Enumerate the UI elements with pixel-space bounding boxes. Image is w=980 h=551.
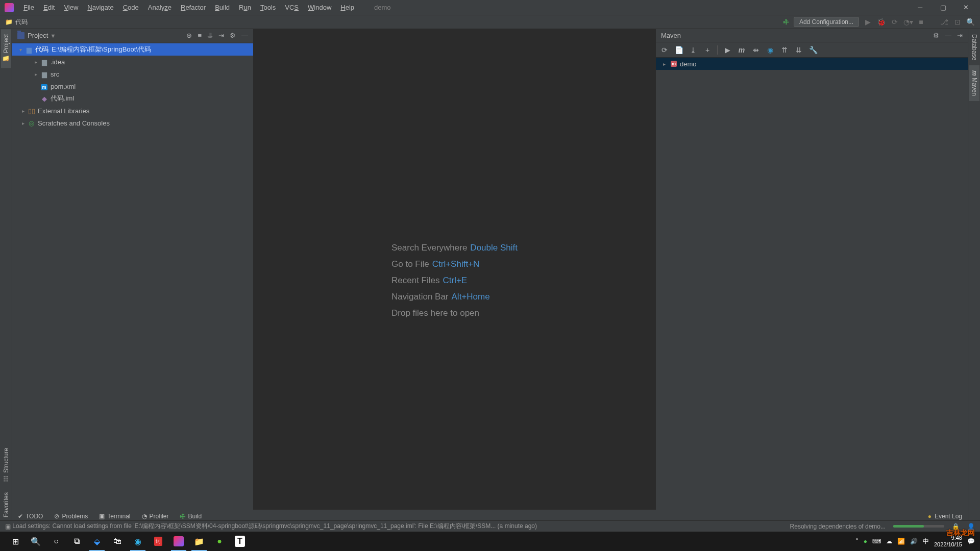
sidebar-item-structure[interactable]: ☷Structure — [1, 443, 11, 487]
tab-todo[interactable]: ✔ TODO — [18, 513, 43, 520]
right-tool-strip: Database m Maven — [968, 29, 980, 532]
tree-node-pom[interactable]: m pom.xml — [12, 80, 253, 92]
menu-analyze[interactable]: Analyze — [143, 2, 176, 13]
show-deps-icon[interactable]: ⇊ — [794, 46, 803, 54]
menu-build[interactable]: Build — [210, 2, 234, 13]
menu-edit[interactable]: Edit — [39, 2, 59, 13]
tree-node-scratches[interactable]: ▸ ◎ Scratches and Consoles — [12, 117, 253, 129]
collapse-all-icon[interactable]: ⇊ — [207, 32, 213, 39]
editor-area[interactable]: Search EverywhereDouble Shift Go to File… — [254, 29, 655, 532]
maven-settings-icon[interactable]: 🔧 — [808, 46, 818, 54]
menu-vcs[interactable]: VCS — [280, 2, 303, 13]
close-button[interactable]: ✕ — [954, 1, 977, 15]
download-sources-icon[interactable]: ⤓ — [689, 46, 698, 54]
minimize-panel-icon[interactable]: — — [945, 32, 951, 39]
taskbar-app-youdao[interactable]: 词 — [148, 532, 168, 551]
generate-sources-icon[interactable]: 📄 — [674, 46, 683, 54]
taskbar-app-green[interactable]: ● — [209, 532, 230, 551]
tree-node-idea[interactable]: ▸ ▆ .idea — [12, 56, 253, 68]
execute-goal-icon[interactable]: m — [737, 46, 746, 54]
tree-node-src[interactable]: ▸ ▆ src — [12, 68, 253, 80]
menu-code[interactable]: Code — [118, 2, 143, 13]
update-icon[interactable]: ⊡ — [953, 18, 962, 26]
tree-node-external-libs[interactable]: ▸ ▯▯ External Libraries — [12, 105, 253, 117]
toggle-offline-icon[interactable]: ⇹ — [751, 46, 761, 54]
chevron-right-icon[interactable]: ▸ — [33, 59, 39, 65]
tree-node-iml[interactable]: ◆ 代码.iml — [12, 92, 253, 105]
taskbar-search[interactable]: 🔍 — [26, 532, 46, 551]
status-bar: ▣ Load settings: Cannot load settings fr… — [0, 520, 980, 532]
stop-icon[interactable]: ■ — [917, 18, 925, 26]
collapse-all-icon[interactable]: ⇈ — [780, 46, 789, 54]
taskbar-taskview[interactable]: ⧉ — [66, 532, 87, 551]
build-icon[interactable]: ⚒ — [782, 17, 791, 27]
menu-tools[interactable]: Tools — [256, 2, 280, 13]
taskbar-app-intellij[interactable] — [168, 532, 189, 551]
tray-volume-icon[interactable]: 🔊 — [910, 538, 918, 545]
menu-help[interactable]: Help — [336, 2, 359, 13]
sidebar-item-project[interactable]: 📁Project — [1, 29, 11, 68]
tray-notifications-icon[interactable]: 💬 — [967, 538, 975, 545]
search-everywhere-icon[interactable]: 🔍 — [966, 18, 975, 26]
tab-problems[interactable]: ⊘ Problems — [54, 513, 88, 520]
taskbar-app-store[interactable]: 🛍 — [107, 532, 128, 551]
menu-navigate[interactable]: Navigate — [83, 2, 118, 13]
menu-file[interactable]: File — [19, 2, 39, 13]
tray-ime[interactable]: 中 — [923, 537, 929, 546]
chevron-right-icon[interactable]: ▸ — [20, 120, 27, 126]
taskbar-cortana[interactable]: ○ — [46, 532, 66, 551]
git-icon[interactable]: ⎇ — [940, 18, 948, 26]
minimize-button[interactable]: ─ — [909, 1, 932, 15]
gear-icon[interactable]: ⚙ — [230, 32, 236, 39]
tree-label: 代码 — [35, 45, 48, 54]
taskbar-app-explorer[interactable]: 📁 — [189, 532, 209, 551]
hide-icon[interactable]: ⇥ — [218, 32, 224, 39]
reimport-icon[interactable]: ⟳ — [660, 46, 669, 54]
gear-icon[interactable]: ⚙ — [933, 32, 939, 39]
dropdown-icon[interactable]: ▼ — [50, 33, 56, 39]
status-icon[interactable]: ▣ — [5, 523, 11, 530]
menu-window[interactable]: Window — [303, 2, 336, 13]
profile-icon[interactable]: ◔▾ — [903, 18, 912, 26]
chevron-right-icon[interactable]: ▸ — [661, 61, 668, 67]
tray-app-icon[interactable]: ● — [864, 538, 867, 545]
minimize-panel-icon[interactable]: — — [241, 32, 248, 39]
add-configuration-button[interactable]: Add Configuration... — [794, 17, 859, 27]
menu-refactor[interactable]: Refactor — [176, 2, 210, 13]
breadcrumb[interactable]: 代码 — [15, 18, 28, 27]
sidebar-item-maven[interactable]: m Maven — [969, 65, 979, 101]
chevron-right-icon[interactable]: ▸ — [33, 71, 39, 77]
hide-panel-icon[interactable]: ⇥ — [957, 32, 963, 39]
locate-icon[interactable]: ⊕ — [186, 32, 192, 39]
folder-icon: 📁 — [5, 18, 13, 26]
taskbar-app-t[interactable]: T — [230, 532, 250, 551]
maven-project-node[interactable]: ▸ m demo — [656, 58, 968, 70]
sidebar-item-database[interactable]: Database — [969, 29, 979, 65]
add-project-icon[interactable]: + — [703, 46, 712, 54]
chevron-down-icon[interactable]: ▾ — [17, 47, 24, 53]
start-button[interactable]: ⊞ — [5, 532, 26, 551]
tree-label: src — [51, 70, 59, 78]
tab-terminal[interactable]: ▣ Terminal — [99, 513, 130, 520]
tab-build[interactable]: ⚒ Build — [180, 513, 202, 520]
taskbar-app-1[interactable]: ⬙ — [87, 532, 107, 551]
tab-profiler[interactable]: ◔ Profiler — [142, 513, 169, 520]
taskbar-app-edge[interactable]: ◉ — [128, 532, 148, 551]
tray-wifi-icon[interactable]: 📶 — [897, 538, 905, 545]
tray-chevron-icon[interactable]: ˄ — [855, 538, 859, 545]
menu-view[interactable]: View — [59, 2, 83, 13]
tree-root[interactable]: ▾ ▆ 代码 E:\编程内容\框架\SpringBoot\代码 — [12, 43, 253, 56]
run-icon[interactable]: ▶ — [864, 18, 872, 26]
toggle-skip-tests-icon[interactable]: ◉ — [766, 46, 775, 54]
menu-run[interactable]: Run — [234, 2, 256, 13]
debug-icon[interactable]: 🐞 — [877, 18, 886, 26]
tab-event-log[interactable]: Event Log — [935, 513, 962, 520]
project-panel-title[interactable]: Project — [28, 32, 48, 39]
expand-all-icon[interactable]: ≡ — [198, 32, 202, 39]
maximize-button[interactable]: ▢ — [932, 1, 954, 15]
tray-onedrive-icon[interactable]: ☁ — [886, 538, 892, 545]
run-maven-icon[interactable]: ▶ — [723, 46, 732, 54]
coverage-icon[interactable]: ⟳ — [890, 18, 899, 26]
chevron-right-icon[interactable]: ▸ — [20, 108, 27, 114]
tray-keyboard-icon[interactable]: ⌨ — [872, 538, 881, 545]
